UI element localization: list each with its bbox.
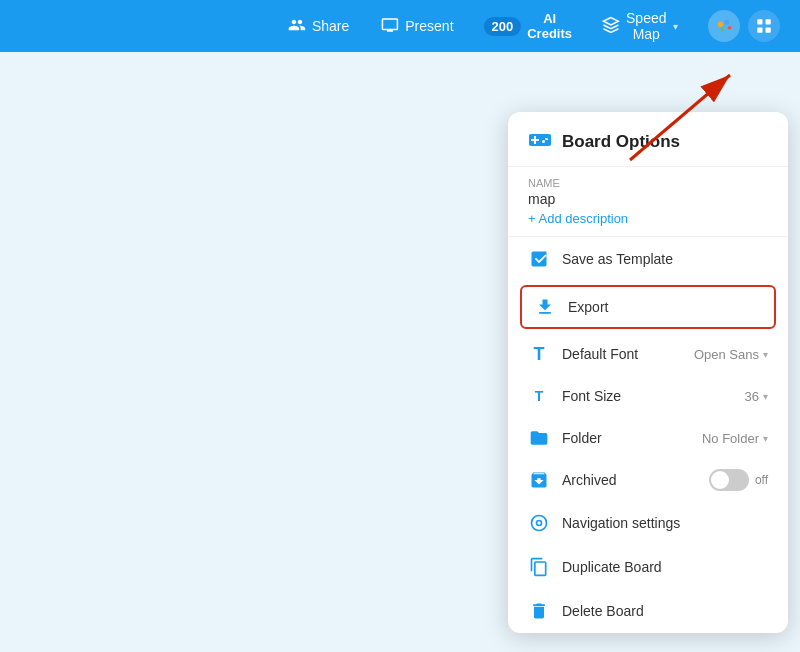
delete-icon xyxy=(528,600,550,622)
main-area: Board Options Name map + Add description… xyxy=(0,52,800,652)
navigation-icon xyxy=(528,512,550,534)
font-size-chevron-icon: ▾ xyxy=(763,391,768,402)
name-section: Name map + Add description xyxy=(508,167,788,237)
folder-value: No Folder xyxy=(702,431,759,446)
font-size-label: Font Size xyxy=(562,388,621,404)
ai-credits-label: AI Credits xyxy=(527,11,572,41)
archived-toggle-label: off xyxy=(755,473,768,487)
svg-point-2 xyxy=(728,26,732,30)
save-as-template-item[interactable]: Save as Template xyxy=(508,237,788,281)
dropdown-title: Board Options xyxy=(562,132,680,152)
grid-icon xyxy=(755,17,773,35)
font-size-value: 36 xyxy=(745,389,759,404)
navigation-settings-item[interactable]: Navigation settings xyxy=(508,501,788,545)
grid-icon-btn[interactable] xyxy=(748,10,780,42)
speed-map-label: Speed Map xyxy=(626,10,666,42)
share-label: Share xyxy=(312,18,349,34)
save-template-icon xyxy=(528,248,550,270)
duplicate-icon xyxy=(528,556,550,578)
folder-row[interactable]: Folder No Folder ▾ xyxy=(508,417,788,459)
svg-point-8 xyxy=(532,516,547,531)
user-dots-icon xyxy=(713,15,735,37)
folder-label: Folder xyxy=(562,430,602,446)
share-icon xyxy=(288,16,306,37)
default-font-row[interactable]: T Default Font Open Sans ▾ xyxy=(508,333,788,375)
delete-board-item[interactable]: Delete Board xyxy=(508,589,788,633)
archived-row[interactable]: Archived off xyxy=(508,459,788,501)
ai-credits-button[interactable]: 200 AI Credits xyxy=(474,6,583,46)
dropdown-header: Board Options xyxy=(508,112,788,167)
svg-point-1 xyxy=(724,20,729,25)
archived-label: Archived xyxy=(562,472,616,488)
svg-point-9 xyxy=(537,521,542,526)
font-size-icon: T xyxy=(528,385,550,407)
speed-map-chevron-icon: ▾ xyxy=(673,21,678,32)
add-description-btn[interactable]: + Add description xyxy=(528,211,768,226)
archived-toggle[interactable] xyxy=(709,469,749,491)
speed-map-button[interactable]: Speed Map ▾ xyxy=(590,4,689,48)
font-chevron-icon: ▾ xyxy=(763,349,768,360)
board-options-dropdown: Board Options Name map + Add description… xyxy=(508,112,788,633)
svg-rect-4 xyxy=(757,19,762,24)
delete-board-label: Delete Board xyxy=(562,603,644,619)
duplicate-board-item[interactable]: Duplicate Board xyxy=(508,545,788,589)
svg-rect-6 xyxy=(757,28,762,33)
folder-chevron-icon: ▾ xyxy=(763,433,768,444)
board-options-icon xyxy=(528,128,552,156)
font-size-row[interactable]: T Font Size 36 ▾ xyxy=(508,375,788,417)
export-icon xyxy=(534,296,556,318)
present-icon xyxy=(381,16,399,37)
present-label: Present xyxy=(405,18,453,34)
share-button[interactable]: Share xyxy=(276,10,361,43)
default-font-value: Open Sans xyxy=(694,347,759,362)
folder-icon xyxy=(528,427,550,449)
export-label: Export xyxy=(568,299,608,315)
present-button[interactable]: Present xyxy=(369,10,465,43)
archived-icon xyxy=(528,469,550,491)
ai-credits-count: 200 xyxy=(484,17,522,36)
save-template-label: Save as Template xyxy=(562,251,673,267)
export-item[interactable]: Export xyxy=(520,285,776,329)
name-label: Name xyxy=(528,177,768,189)
font-icon: T xyxy=(528,343,550,365)
nav-buttons: Share Present 200 AI Credits Speed Map xyxy=(276,0,690,52)
name-value: map xyxy=(528,191,768,207)
svg-point-3 xyxy=(720,28,724,32)
svg-rect-7 xyxy=(766,28,771,33)
topbar-right xyxy=(708,10,780,42)
duplicate-board-label: Duplicate Board xyxy=(562,559,662,575)
topbar: Share Present 200 AI Credits Speed Map xyxy=(0,0,800,52)
avatar-icon[interactable] xyxy=(708,10,740,42)
svg-point-0 xyxy=(718,21,724,27)
navigation-settings-label: Navigation settings xyxy=(562,515,680,531)
svg-rect-5 xyxy=(766,19,771,24)
default-font-label: Default Font xyxy=(562,346,638,362)
speed-map-icon xyxy=(602,16,620,37)
